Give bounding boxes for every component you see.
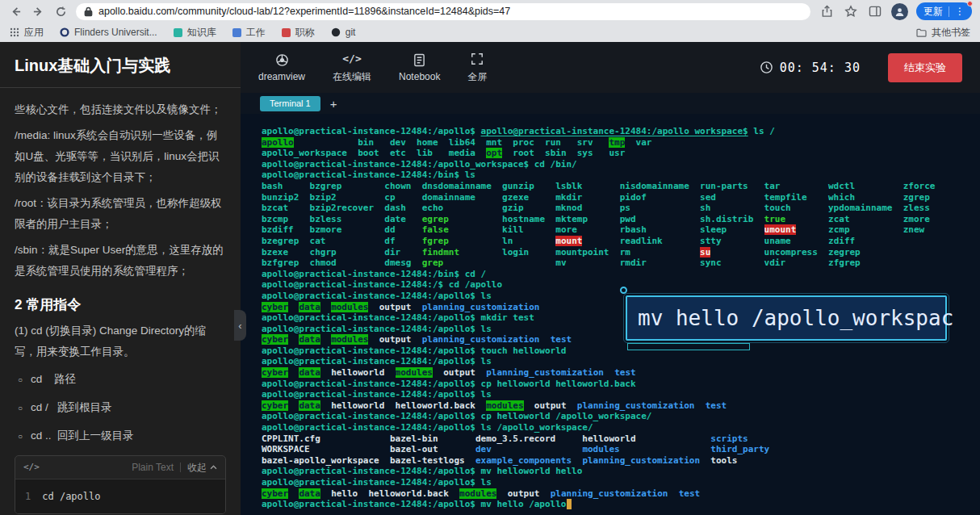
tool-fullscreen[interactable]: 全屏 [467,52,487,84]
code-icon: </> [23,457,40,478]
title-icon [282,28,291,37]
cd-intro: (1) cd (切换目录) Change Directory的缩写，用来变换工作… [15,320,226,362]
dreamview-icon [275,52,289,67]
bookmark-knowledge[interactable]: 知识库 [174,26,216,40]
terminal-line: apollo@practical-instance-12484:/apollo$… [262,477,980,488]
url-text: apollo.baidu.com/community/cloud-lab/12?… [98,6,510,17]
terminal-line: bzexe chgrp dir findmnt login mountpoint… [262,247,980,258]
line-number: 1 [25,486,31,507]
forward-icon[interactable] [31,4,45,19]
terminal-line: apollo@practical-instance-12484:/apollo$… [262,356,980,367]
apps-grid-icon [10,27,19,37]
paragraph: 些核心文件，包括连接文件以及镜像文件； [15,99,226,120]
notebook-icon [413,52,425,67]
code-line[interactable]: 1 cd /apollo [15,479,225,513]
update-label: 更新 [923,5,943,19]
terminal-line: cyber data helloworld modules output pla… [262,367,980,379]
code-editor-icon: </> [342,52,361,66]
terminal-line: apollo@practical-instance-12484:/apollo$… [262,126,980,137]
paragraph: /sbin：就是Super User的意思，这里存放的是系统管理员使用的系统管理… [15,240,226,282]
bookmark-flinders[interactable]: Flinders Universit... [60,27,157,38]
terminal-line: apollo bin dev home lib64 mnt proc run s… [262,137,980,149]
terminal-line: bash bzgrep chown dnsdomainname gunzip l… [262,181,980,192]
update-badge [967,1,973,6]
side-panel-icon[interactable] [867,4,883,19]
terminal-line: apollo@practical-instance-12484:/bin$ ls [262,170,980,181]
share-icon[interactable] [819,4,835,19]
terminal-line: apollo@practical-instance-12484:/apollo$… [262,422,980,433]
bookmark-apps[interactable]: 应用 [10,26,44,40]
terminal-line: CPPLINT.cfg bazel-bin demo_3.5.record he… [262,433,980,445]
code-block-header: </> Plain Text 收起 [15,456,225,479]
terminal-line: bzegrep cat df fgrep ln mount readlink s… [262,236,980,247]
terminal-line: bzcmp bzless date egrep hostname mktemp … [262,214,980,225]
bullet-icon: ○ [18,426,23,447]
code-text: cd /apollo [42,486,100,507]
terminal-line: cyber data hello helloworld.back modules… [262,488,980,500]
divider [180,463,181,472]
terminal-line: apollo@practical-instance-12484:/apollo$… [262,499,980,510]
git-icon [331,27,341,37]
paragraph: /media: linux系统会自动识别一些设备，例如U盘、光驱等等，当识别后，… [15,125,226,188]
paragraph: /root：该目录为系统管理员，也称作超级权限者的用户主目录； [15,193,226,235]
profile-avatar[interactable] [891,3,908,20]
list-item: ○cd 路径 [18,369,226,391]
work-icon [232,28,241,37]
terminal-line: apollo_workspace boot etc lib media opt … [262,148,980,159]
chrome-update-button[interactable]: 更新 ⋮ [916,2,972,20]
terminal-line: bzdiff bzmore dd false kill more rbash s… [262,224,980,236]
terminal-line: apollo@practical-instance-12484:/apollo$… [262,312,980,324]
code-lang-label: Plain Text [132,457,174,478]
knowledge-icon [174,28,182,37]
terminal-line: bzcat bzip2recover dash echo gzip mknod … [262,203,980,214]
browser-menu-icon[interactable]: ⋮ [955,6,965,17]
end-experiment-button[interactable]: 结束实验 [888,53,962,82]
collapse-toggle[interactable]: 收起 [187,457,217,478]
code-block-cd: </> Plain Text 收起 1 cd /apollo [15,455,226,514]
tool-dreamview[interactable]: dreamview [258,52,305,82]
terminal-line: bunzip2 bzip2 cp domainname gzexe mkdir … [262,192,980,203]
lab-toolbar: dreamview </> 在线编辑 Notebook 全屏 [241,42,980,93]
terminal-line: cyber data helloworld helloworld.back mo… [262,400,980,412]
reload-icon[interactable] [53,4,68,19]
course-content: 些核心文件，包括连接文件以及镜像文件； /media: linux系统会自动识别… [0,88,241,515]
address-bar-row: apollo.baidu.com/community/cloud-lab/12?… [0,0,980,23]
course-sidebar: Linux基础入门与实践 些核心文件，包括连接文件以及镜像文件； /media:… [0,42,241,515]
course-title: Linux基础入门与实践 [0,42,241,88]
tool-online-editor[interactable]: </> 在线编辑 [333,52,371,84]
terminal-line: apollo@practical-instance-12484:/apollo$… [262,379,980,390]
terminal-line: cyber data modules output planning_custo… [262,334,980,345]
terminal-body[interactable]: apollo@practical-instance-12484:/apollo$… [241,114,980,515]
bullet-icon: ○ [18,398,23,419]
bookmark-star-icon[interactable] [843,4,859,19]
bookmarks-bar: 应用 Flinders Universit... 知识库 工作 职称 git 其… [0,23,980,42]
bullet-icon: ○ [18,370,23,391]
bookmark-git[interactable]: git [331,27,356,38]
back-icon[interactable] [8,4,23,19]
fullscreen-icon [471,52,484,66]
terminal-tab[interactable]: Terminal 1 [260,96,320,111]
terminal-line: cyber data modules output planning_custo… [262,302,980,313]
list-item: ○cd .. 回到上一级目录 [18,425,226,447]
bookmark-title[interactable]: 职称 [282,26,315,40]
terminal-line: apollo@practical-instance-12484:/apollo$… [262,411,980,422]
terminal-line: apollo@practical-instance-12484:/$ cd /a… [262,279,980,291]
browser-chrome: apollo.baidu.com/community/cloud-lab/12?… [0,0,980,42]
other-bookmarks[interactable]: 其他书签 [916,26,970,40]
terminal-line: apollo@practical-instance-12484:/bin$ cd… [262,269,980,280]
terminal-line: apollo@practical-instance-12484:/apollo$… [262,389,980,400]
chevron-up-icon [210,465,217,470]
sidebar-collapse-handle[interactable]: ‹ [234,310,246,341]
bookmark-work[interactable]: 工作 [232,26,266,40]
address-input[interactable]: apollo.baidu.com/community/cloud-lab/12?… [76,3,810,20]
terminal-tabstrip: Terminal 1 + [241,93,980,114]
terminal-line: apollo@practical-instance-12484:/apollo$… [262,324,980,335]
flinders-logo-icon [60,27,69,37]
terminal-line: WORKSPACE bazel-out dev modules third_pa… [262,444,980,455]
terminal-line: apollo@practical-instance-12484:/apollo$… [262,291,980,302]
list-item: ○cd / 跳到根目录 [18,397,226,419]
tool-notebook[interactable]: Notebook [399,52,440,82]
button-divider [949,6,949,17]
folder-icon [916,28,927,37]
new-terminal-icon[interactable]: + [330,97,337,111]
